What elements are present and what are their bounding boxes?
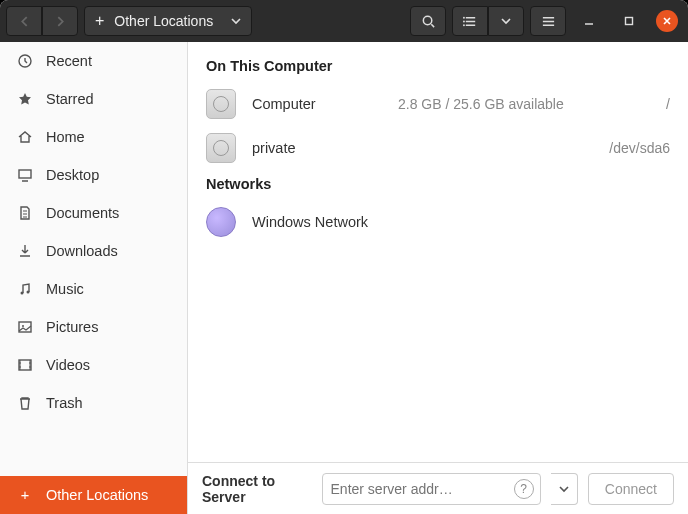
maximize-icon bbox=[624, 16, 634, 26]
back-button[interactable] bbox=[6, 6, 42, 36]
sidebar-item-trash[interactable]: Trash bbox=[0, 384, 187, 422]
volume-meta: 2.8 GB / 25.6 GB available bbox=[398, 96, 594, 112]
trash-icon bbox=[16, 394, 34, 412]
svg-point-7 bbox=[21, 292, 24, 295]
volume-name: Computer bbox=[252, 96, 382, 112]
view-dropdown-button[interactable] bbox=[488, 6, 524, 36]
chevron-down-icon bbox=[559, 484, 569, 494]
chevron-down-icon bbox=[501, 16, 511, 26]
close-button[interactable] bbox=[656, 10, 678, 32]
close-icon bbox=[662, 16, 672, 26]
volume-row[interactable]: Computer 2.8 GB / 25.6 GB available / bbox=[206, 82, 670, 126]
list-icon bbox=[463, 14, 478, 29]
volume-name: private bbox=[252, 140, 382, 156]
svg-point-3 bbox=[463, 24, 465, 26]
sidebar: Recent Starred Home Desktop Documents bbox=[0, 42, 188, 514]
sidebar-item-label: Music bbox=[46, 281, 84, 297]
svg-point-1 bbox=[463, 16, 465, 18]
sidebar-item-label: Starred bbox=[46, 91, 94, 107]
search-icon bbox=[421, 14, 436, 29]
server-address-input[interactable] bbox=[323, 481, 514, 497]
forward-button[interactable] bbox=[42, 6, 78, 36]
location-label: Other Locations bbox=[114, 13, 213, 29]
server-history-dropdown[interactable] bbox=[551, 473, 578, 505]
downloads-icon bbox=[16, 242, 34, 260]
connect-label: Connect to Server bbox=[202, 473, 312, 505]
svg-rect-4 bbox=[626, 18, 633, 25]
sidebar-item-recent[interactable]: Recent bbox=[0, 42, 187, 80]
volume-mount: /dev/sda6 bbox=[609, 140, 670, 156]
file-manager-window: + Other Locations bbox=[0, 0, 688, 514]
section-header-networks: Networks bbox=[206, 176, 670, 192]
main-pane: On This Computer Computer 2.8 GB / 25.6 … bbox=[188, 42, 688, 514]
disk-icon bbox=[206, 133, 236, 163]
plus-icon: + bbox=[95, 12, 104, 30]
connect-to-server-bar: Connect to Server ? Connect bbox=[188, 462, 688, 514]
chevron-down-icon bbox=[231, 16, 241, 26]
svg-point-2 bbox=[463, 20, 465, 22]
pictures-icon bbox=[16, 318, 34, 336]
chevron-right-icon bbox=[55, 16, 66, 27]
view-list-button[interactable] bbox=[452, 6, 488, 36]
svg-rect-11 bbox=[19, 360, 31, 370]
hamburger-icon bbox=[541, 14, 556, 29]
maximize-button[interactable] bbox=[618, 10, 640, 32]
volume-mount: / bbox=[610, 96, 670, 112]
sidebar-item-pictures[interactable]: Pictures bbox=[0, 308, 187, 346]
sidebar-item-documents[interactable]: Documents bbox=[0, 194, 187, 232]
sidebar-item-label: Recent bbox=[46, 53, 92, 69]
sidebar-item-label: Other Locations bbox=[46, 487, 148, 503]
connect-button[interactable]: Connect bbox=[588, 473, 674, 505]
videos-icon bbox=[16, 356, 34, 374]
sidebar-item-music[interactable]: Music bbox=[0, 270, 187, 308]
chevron-left-icon bbox=[19, 16, 30, 27]
minimize-icon bbox=[584, 16, 594, 26]
disk-icon bbox=[206, 89, 236, 119]
network-icon bbox=[206, 207, 236, 237]
search-button[interactable] bbox=[410, 6, 446, 36]
location-bar[interactable]: + Other Locations bbox=[84, 6, 252, 36]
star-icon bbox=[16, 90, 34, 108]
documents-icon bbox=[16, 204, 34, 222]
sidebar-item-other-locations[interactable]: + Other Locations bbox=[0, 476, 187, 514]
section-header-computer: On This Computer bbox=[206, 58, 670, 74]
sidebar-item-videos[interactable]: Videos bbox=[0, 346, 187, 384]
volume-row[interactable]: private /dev/sda6 bbox=[206, 126, 670, 170]
help-button[interactable]: ? bbox=[514, 479, 534, 499]
hamburger-menu-button[interactable] bbox=[530, 6, 566, 36]
sidebar-item-label: Pictures bbox=[46, 319, 98, 335]
sidebar-item-label: Documents bbox=[46, 205, 119, 221]
sidebar-item-starred[interactable]: Starred bbox=[0, 80, 187, 118]
sidebar-item-label: Trash bbox=[46, 395, 83, 411]
network-row[interactable]: Windows Network bbox=[206, 200, 670, 244]
svg-point-8 bbox=[27, 291, 30, 294]
plus-icon: + bbox=[16, 486, 34, 504]
sidebar-item-label: Downloads bbox=[46, 243, 118, 259]
minimize-button[interactable] bbox=[578, 10, 600, 32]
sidebar-item-label: Home bbox=[46, 129, 85, 145]
sidebar-item-desktop[interactable]: Desktop bbox=[0, 156, 187, 194]
titlebar: + Other Locations bbox=[0, 0, 688, 42]
desktop-icon bbox=[16, 166, 34, 184]
svg-point-0 bbox=[423, 16, 431, 24]
sidebar-item-label: Desktop bbox=[46, 167, 99, 183]
network-name: Windows Network bbox=[252, 214, 368, 230]
svg-rect-6 bbox=[19, 170, 31, 178]
sidebar-item-label: Videos bbox=[46, 357, 90, 373]
home-icon bbox=[16, 128, 34, 146]
music-icon bbox=[16, 280, 34, 298]
svg-point-10 bbox=[22, 325, 24, 327]
sidebar-item-downloads[interactable]: Downloads bbox=[0, 232, 187, 270]
sidebar-item-home[interactable]: Home bbox=[0, 118, 187, 156]
clock-icon bbox=[16, 52, 34, 70]
